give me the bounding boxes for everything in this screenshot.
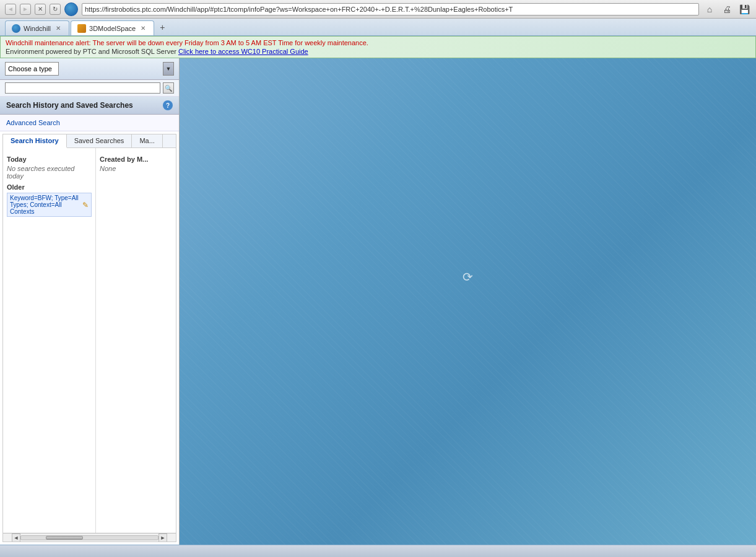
alert-line2-prefix: Environment powered by PTC and Microsoft… bbox=[6, 48, 178, 55]
choose-type-wrapper: Choose a type Part Document CAD Document… bbox=[5, 62, 174, 76]
scrollbar-right-arrow[interactable]: ► bbox=[159, 533, 167, 542]
created-by-me-label: Created by M... bbox=[100, 156, 172, 163]
status-bar bbox=[0, 545, 756, 557]
tab-search-history[interactable]: Search History bbox=[3, 134, 67, 148]
search-results-area: Search History Saved Searches Ma... Toda… bbox=[2, 134, 176, 542]
left-panel: Choose a type Part Document CAD Document… bbox=[0, 58, 180, 545]
scrollbar-left-arrow[interactable]: ◄ bbox=[12, 533, 20, 542]
saved-column: Created by M... None bbox=[96, 148, 176, 533]
alert-banner: Windchill maintenance alert: The server … bbox=[0, 36, 756, 58]
tab-3dmodelspace-close-button[interactable]: ✕ bbox=[139, 24, 147, 33]
loading-spinner: ⟳ bbox=[463, 270, 473, 284]
history-item-edit-icon[interactable]: ✎ bbox=[82, 201, 89, 209]
alert-line2: Environment powered by PTC and Microsoft… bbox=[6, 48, 750, 55]
horizontal-scrollbar[interactable]: ◄ ► bbox=[3, 533, 176, 542]
nav-forward-button[interactable]: ► bbox=[20, 4, 31, 15]
new-tab-button[interactable]: + bbox=[155, 20, 169, 34]
address-text: https://firstrobotics.ptc.com/Windchill/… bbox=[85, 6, 513, 13]
panel-title: Search History and Saved Searches bbox=[6, 101, 133, 110]
nav-print-button[interactable]: 🖨 bbox=[720, 2, 734, 16]
browser-frame: ◄ ► ✕ ↻ https://firstrobotics.ptc.com/Wi… bbox=[0, 0, 756, 557]
older-label: Older bbox=[7, 183, 92, 191]
tab-saved-searches[interactable]: Saved Searches bbox=[67, 134, 133, 147]
search-bar: 🔍 bbox=[0, 80, 179, 97]
nav-stop-button[interactable]: ✕ bbox=[35, 4, 46, 15]
today-empty-text: No searches executed today bbox=[7, 165, 92, 180]
choose-type-dropdown-arrow[interactable]: ▼ bbox=[163, 62, 174, 76]
tab-windchill-close-button[interactable]: ✕ bbox=[54, 24, 63, 33]
tab-managed[interactable]: Ma... bbox=[132, 134, 162, 147]
nav-refresh-button[interactable]: ↻ bbox=[50, 4, 61, 15]
advanced-search-container: Advanced Search bbox=[0, 115, 179, 131]
results-tabs: Search History Saved Searches Ma... bbox=[3, 134, 176, 148]
today-label: Today bbox=[7, 156, 92, 163]
alert-link[interactable]: Click here to access WC10 Practical Guid… bbox=[178, 48, 308, 55]
browser-titlebar: ◄ ► ✕ ↻ https://firstrobotics.ptc.com/Wi… bbox=[0, 0, 756, 19]
history-item-text: Keyword=BFW; Type=All Types; Context=All… bbox=[10, 195, 80, 215]
tab-bar: Windchill ✕ 3DModelSpace ✕ + bbox=[0, 19, 756, 36]
history-column: Today No searches executed today Older K… bbox=[3, 148, 96, 533]
help-icon-button[interactable]: ? bbox=[163, 100, 173, 110]
alert-line1: Windchill maintenance alert: The server … bbox=[6, 39, 750, 46]
search-input[interactable] bbox=[5, 82, 160, 94]
tab-windchill-label: Windchill bbox=[24, 25, 51, 32]
scrollbar-track[interactable] bbox=[20, 535, 159, 540]
panel-header: Search History and Saved Searches ? bbox=[0, 97, 179, 115]
nav-back-button[interactable]: ◄ bbox=[5, 4, 16, 15]
choose-type-bar: Choose a type Part Document CAD Document… bbox=[0, 58, 179, 80]
tab-3dmodelspace[interactable]: 3DModelSpace ✕ bbox=[71, 20, 154, 35]
tab-3dmodelspace-label: 3DModelSpace bbox=[89, 25, 136, 32]
nav-save-button[interactable]: 💾 bbox=[737, 2, 751, 16]
history-item[interactable]: Keyword=BFW; Type=All Types; Context=All… bbox=[7, 193, 92, 217]
right-main-area: ⟳ bbox=[180, 58, 756, 545]
saved-none-text: None bbox=[100, 165, 172, 172]
address-bar[interactable]: https://firstrobotics.ptc.com/Windchill/… bbox=[82, 3, 699, 15]
windchill-favicon-icon bbox=[12, 24, 20, 33]
search-history-content: Today No searches executed today Older K… bbox=[3, 148, 176, 533]
tab-windchill[interactable]: Windchill ✕ bbox=[5, 20, 69, 35]
3dmodelspace-favicon-icon bbox=[77, 24, 86, 33]
advanced-search-link[interactable]: Advanced Search bbox=[6, 119, 60, 126]
browser-globe-icon bbox=[64, 2, 78, 16]
scrollbar-thumb[interactable] bbox=[46, 536, 83, 540]
page-content: Choose a type Part Document CAD Document… bbox=[0, 58, 756, 545]
choose-type-select[interactable]: Choose a type Part Document CAD Document… bbox=[5, 62, 59, 76]
main-content: Windchill maintenance alert: The server … bbox=[0, 36, 756, 557]
search-button[interactable]: 🔍 bbox=[163, 82, 174, 94]
nav-home-button[interactable]: ⌂ bbox=[703, 2, 716, 16]
